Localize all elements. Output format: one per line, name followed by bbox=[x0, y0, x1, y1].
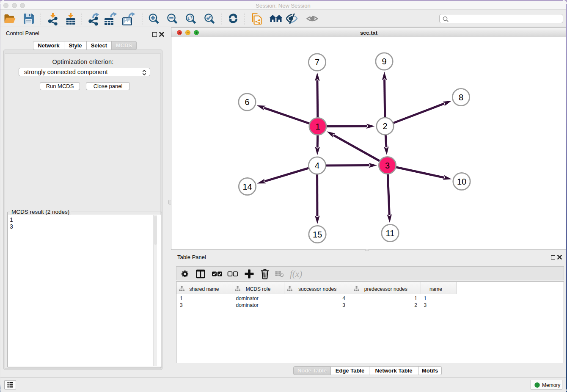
svg-text:1: 1 bbox=[315, 122, 320, 131]
svg-text:10: 10 bbox=[457, 177, 466, 186]
svg-text:3: 3 bbox=[385, 161, 390, 170]
svg-text:6: 6 bbox=[245, 97, 249, 107]
svg-text:f(x): f(x) bbox=[290, 269, 302, 279]
svg-text:2: 2 bbox=[383, 121, 387, 131]
svg-text:7: 7 bbox=[315, 58, 319, 67]
svg-text:4: 4 bbox=[315, 161, 319, 170]
svg-text:14: 14 bbox=[242, 182, 252, 191]
svg-text:8: 8 bbox=[459, 93, 463, 102]
svg-text:9: 9 bbox=[382, 57, 386, 66]
svg-text:15: 15 bbox=[313, 230, 322, 239]
svg-text:11: 11 bbox=[386, 229, 395, 238]
